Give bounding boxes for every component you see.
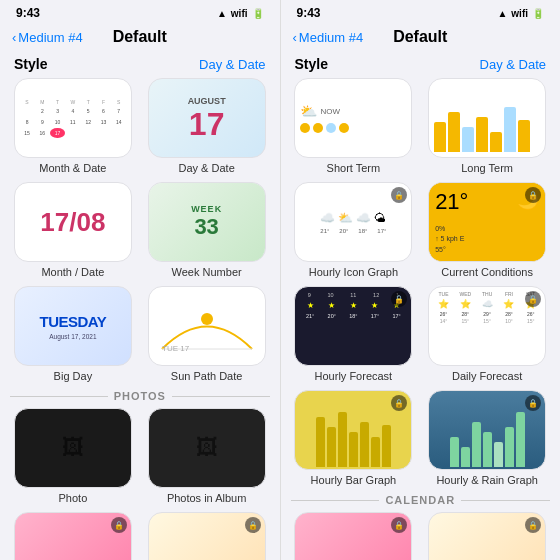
df-icon-3: ☁️ (477, 299, 497, 309)
cal-grid: S M T W T F S 2 3 4 5 6 7 8 (15, 79, 131, 157)
df-high-5: 26° (521, 311, 541, 317)
day-date-month: AUGUST (188, 96, 226, 106)
left-style-value[interactable]: Day & Date (199, 57, 265, 72)
left-section-header: Style Day & Date (0, 52, 280, 78)
sun-path-svg: TUE 17 (157, 299, 257, 354)
cc-wind: ↑ 5 kph E (435, 234, 539, 245)
left-style-label: Style (14, 56, 47, 72)
df-icon-1: ⭐ (434, 299, 454, 309)
df-day-fri: FRI (499, 291, 519, 297)
df-high-1: 26° (434, 311, 454, 317)
widget-preview-aesthetic-left: 🔒 (14, 512, 132, 560)
cal-divider-left (291, 500, 380, 501)
widget-item-hourly-forecast[interactable]: 🔒 9 10 11 12 1 ★ ★ ★ ★ (291, 286, 417, 382)
signal-icon: ▲ (217, 8, 227, 19)
widget-item-photos-album[interactable]: 🖼 Photos in Album (144, 408, 270, 504)
widget-preview-photos-album: 🖼 (148, 408, 266, 488)
right-battery-icon: 🔋 (532, 8, 544, 19)
hig-icon-2: ⛅ (338, 211, 353, 225)
widget-label-current-conditions: Current Conditions (441, 266, 533, 278)
widget-item-sun-path[interactable]: TUE 17 Sun Path Date (144, 286, 270, 382)
hf-temps-row: 21° 20° 18° 17° 17° (300, 313, 406, 319)
widget-item-long-term[interactable]: Long Term (424, 78, 550, 174)
widget-label-big-day: Big Day (54, 370, 93, 382)
widget-preview-current-conditions: 🔒 21° 0% ↑ 5 kph E 55° 🌙 (428, 182, 546, 262)
widget-item-hourly-icon-graph[interactable]: 🔒 ☁️ ⛅ ☁️ 🌤 21° 20° 18° 17° (291, 182, 417, 278)
hf-t4: 17° (371, 313, 379, 319)
hf-t5: 17° (392, 313, 400, 319)
widget-item-short-term[interactable]: ⛅ NOW Short Term (291, 78, 417, 174)
df-highs-row: 26° 28° 29° 28° 26° (433, 311, 541, 317)
hf-h1: 9 (308, 292, 311, 298)
lock-badge-current-cond: 🔒 (525, 187, 541, 203)
widget-preview-ice-cream-right: 🔒 (428, 512, 546, 560)
calendar-divider: CALENDAR (291, 494, 551, 506)
widget-item-photo[interactable]: 🖼 Photo (10, 408, 136, 504)
rbar-1 (450, 437, 459, 467)
widget-item-month-slash-date[interactable]: 17/08 Month / Date (10, 182, 136, 278)
left-widget-grid-3: TUESDAY August 17, 2021 Big Day TUE 17 (10, 286, 270, 382)
hf-s2: ★ (328, 301, 335, 310)
long-term-content (434, 84, 540, 152)
df-icon-4: ⭐ (499, 299, 519, 309)
widget-preview-hourly-forecast: 🔒 9 10 11 12 1 ★ ★ ★ ★ (294, 286, 412, 366)
widget-item-ice-cream-left[interactable]: 🔒 Ice Cream (144, 512, 270, 560)
st-dot-1 (300, 123, 310, 133)
widget-item-week-number[interactable]: WEEK 33 Week Number (144, 182, 270, 278)
left-time: 9:43 (16, 6, 40, 20)
widget-item-daily-forecast[interactable]: 🔒 TUE WED THU FRI SAT ⭐ ⭐ ☁️ (424, 286, 550, 382)
widget-label-week-number: Week Number (172, 266, 242, 278)
left-back-button[interactable]: ‹ Medium #4 (12, 30, 83, 45)
df-low-1: 14° (434, 318, 454, 324)
widget-item-month-date[interactable]: S M T W T F S 2 3 4 5 6 7 8 (10, 78, 136, 174)
cal-divider-right (461, 500, 550, 501)
day-date-content: AUGUST 17 (149, 79, 265, 157)
hig-icon-1: ☁️ (320, 211, 335, 225)
hbar-4 (349, 432, 358, 467)
left-widget-grid-2: 17/08 Month / Date WEEK 33 Week Number (10, 182, 270, 278)
widget-item-hourly-rain[interactable]: 🔒 Hourly & Rain Graph (424, 390, 550, 486)
lt-bars (434, 102, 540, 152)
widget-preview-aesthetic-right: 🔒 (294, 512, 412, 560)
week-number-content: WEEK 33 (149, 183, 265, 261)
lt-bar-5 (490, 132, 502, 152)
widget-label-day-date: Day & Date (179, 162, 235, 174)
widget-preview-hourly-rain: 🔒 (428, 390, 546, 470)
right-phone-panel: 9:43 ▲ wifi 🔋 ‹ Medium #4 Default Style … (281, 0, 561, 560)
widget-item-hourly-bar[interactable]: 🔒 Hourly Bar Graph (291, 390, 417, 486)
widget-preview-hourly-icon-graph: 🔒 ☁️ ⛅ ☁️ 🌤 21° 20° 18° 17° (294, 182, 412, 262)
week-label: WEEK (191, 204, 222, 214)
st-dot-2 (313, 123, 323, 133)
svg-point-0 (201, 313, 213, 325)
widget-preview-hourly-bar: 🔒 (294, 390, 412, 470)
right-style-value[interactable]: Day & Date (480, 57, 546, 72)
cc-details-display: 0% ↑ 5 kph E 55° (435, 224, 539, 256)
hbar-2 (327, 427, 336, 467)
hig-temp-1: 21° (317, 228, 333, 234)
widget-preview-photo: 🖼 (14, 408, 132, 488)
right-status-icons: ▲ wifi 🔋 (497, 8, 544, 19)
hig-icon-4: 🌤 (374, 211, 386, 225)
widget-item-aesthetic-right[interactable]: 🔒 Aesthetic / Theme (291, 512, 417, 560)
widget-item-aesthetic-left[interactable]: 🔒 Aesthetic / Theme (10, 512, 136, 560)
st-cloud-1: ⛅ (300, 103, 317, 119)
widget-item-current-conditions[interactable]: 🔒 21° 0% ↑ 5 kph E 55° 🌙 Current Conditi… (424, 182, 550, 278)
widget-label-hourly-forecast: Hourly Forecast (315, 370, 393, 382)
hf-h3: 11 (350, 292, 356, 298)
widget-item-big-day[interactable]: TUESDAY August 17, 2021 Big Day (10, 286, 136, 382)
right-back-button[interactable]: ‹ Medium #4 (293, 30, 364, 45)
day-date-number: 17 (189, 108, 225, 140)
hf-t3: 18° (349, 313, 357, 319)
lt-bar-7 (518, 120, 530, 152)
wifi-icon: wifi (231, 8, 248, 19)
battery-icon: 🔋 (252, 8, 264, 19)
widget-item-ice-cream-right[interactable]: 🔒 Ice Cream (424, 512, 550, 560)
hf-s1: ★ (307, 301, 314, 310)
photos-section-title: PHOTOS (114, 390, 166, 402)
left-photo-grid: 🖼 Photo 🖼 Photos in Album (10, 408, 270, 504)
hbar-3 (338, 412, 347, 467)
widget-label-hourly-icon-graph: Hourly Icon Graph (309, 266, 398, 278)
widget-item-day-date[interactable]: AUGUST 17 Day & Date (144, 78, 270, 174)
hourly-icon-temp-row: 21° 20° 18° 17° (299, 228, 407, 234)
df-day-tue: TUE (434, 291, 454, 297)
